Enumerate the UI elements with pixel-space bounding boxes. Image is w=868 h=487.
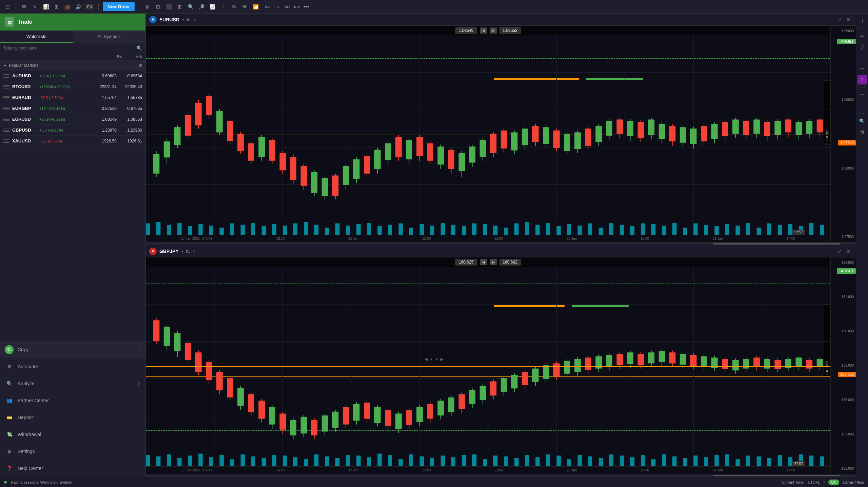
gbpjpy-bid-arrow-right[interactable]: ▶ xyxy=(490,259,497,265)
svg-rect-383 xyxy=(504,456,508,466)
timezone-value[interactable]: UTC+1 xyxy=(808,480,820,484)
layout-icon[interactable]: ⊞ xyxy=(53,3,61,11)
list-item[interactable]: XAUUSD -557 (-0.29%) 1926.58 1926.61 xyxy=(0,136,145,147)
maximize-btn[interactable]: ⤢ xyxy=(836,16,844,23)
list-item[interactable]: GBPUSD +5.8 (+0.05%) 1.23970 1.23986 xyxy=(0,125,145,136)
gbpjpy-tf-dropdown[interactable]: ▾ xyxy=(193,249,195,254)
svg-rect-406 xyxy=(746,455,750,466)
m30-badge[interactable]: m₃₀ xyxy=(293,4,301,9)
eurusd-timeframe[interactable]: h₁ xyxy=(187,17,191,22)
bid-arrow-left[interactable]: ◀ xyxy=(480,27,487,34)
svg-rect-172 xyxy=(462,226,466,235)
gbpjpy-dropdown[interactable]: ▾ xyxy=(181,249,183,254)
signal-icon[interactable]: 📶 xyxy=(252,3,260,11)
gbpjpy-timeframe[interactable]: h₁ xyxy=(186,249,190,254)
close-btn-2[interactable]: ✕ xyxy=(845,248,852,255)
menu-icon[interactable]: ☰ xyxy=(3,3,12,11)
chart-header-gbpjpy: ✕ GBPJPY ▾ h₁ ▾ ⤢ ✕ xyxy=(146,245,856,257)
list-item[interactable]: EURGBP +13.4 (+0.15%) 0.87539 0.87565 xyxy=(0,103,145,114)
svg-rect-231 xyxy=(206,362,212,380)
timezone-dropdown[interactable]: ▾ xyxy=(823,480,825,484)
session-text: Trading sessions: Wellington, Sydney xyxy=(10,480,72,484)
svg-rect-293 xyxy=(532,369,539,382)
eye-icon[interactable]: 👁 xyxy=(241,3,249,11)
search1-icon[interactable]: 🔍 xyxy=(186,3,195,11)
chart-icon[interactable]: 📊 xyxy=(42,3,50,11)
svg-rect-189 xyxy=(641,223,645,235)
wallet-icon[interactable]: 💼 xyxy=(63,3,72,11)
nav-item-settings[interactable]: ⚙ Settings xyxy=(0,443,145,460)
layers-icon[interactable]: ⧉ xyxy=(230,3,238,11)
nav-item-deposit[interactable]: 💳 Deposit xyxy=(0,409,145,426)
nav-label-withdrawal: Withdrawal xyxy=(18,432,41,437)
nav-label-help: Help Center xyxy=(18,466,43,471)
list-item[interactable]: EURUSD +23.9 (+0.22%) 1.08549 1.08553 xyxy=(0,114,145,125)
m1-badge[interactable]: m₁ xyxy=(264,4,271,9)
eurusd-dropdown[interactable]: ▾ xyxy=(182,17,184,22)
measure-icon[interactable]: ↔ xyxy=(857,101,867,111)
nav-item-partner[interactable]: 👥 Partner Center xyxy=(0,392,145,409)
nav-item-copy[interactable]: ⧉ Copy › xyxy=(0,341,145,358)
nav-item-analyze[interactable]: 🔍 Analyze ∨ xyxy=(0,375,145,392)
volume-icon[interactable]: 🔊 xyxy=(74,3,82,11)
chart-scrollbar[interactable] xyxy=(146,242,856,245)
svg-rect-102 xyxy=(616,119,623,134)
nav-btn-mid2[interactable]: ● xyxy=(435,357,438,362)
lang-badge[interactable]: EN xyxy=(85,4,94,9)
list-item[interactable]: BTCUSD +138300 (+6.60%) 22331.34 22336.4… xyxy=(0,81,145,92)
svg-rect-409 xyxy=(778,455,782,466)
group-menu-icon[interactable]: ≡ xyxy=(139,62,142,69)
trash-icon[interactable]: 🗑 xyxy=(857,127,867,137)
price-level: 1.08000 xyxy=(831,167,856,170)
list-item[interactable]: EURAUD -97.3 (-0.62%) 1.55764 1.55785 xyxy=(0,92,145,103)
ask-header: Ask xyxy=(136,55,142,59)
facebook-icon[interactable]: f xyxy=(219,3,227,11)
m5-badge[interactable]: m₅ xyxy=(273,4,280,9)
square-icon[interactable]: ⬛ xyxy=(165,3,173,11)
gbpjpy-bid-arrow-left[interactable]: ◀ xyxy=(480,259,487,265)
rect-icon[interactable]: ▭ xyxy=(857,64,867,74)
mail-icon[interactable]: ✉ xyxy=(20,3,28,11)
maximize-btn-2[interactable]: ⤢ xyxy=(836,248,844,255)
list-item[interactable]: AUDUSD +58.4 (+0.85%) 0.69683 0.69684 xyxy=(0,71,145,81)
monitor-icon[interactable]: 🖥 xyxy=(143,3,151,11)
search-input[interactable] xyxy=(3,46,136,51)
sidebar-logo: ▦ xyxy=(5,17,14,27)
search2-icon[interactable]: 🔎 xyxy=(197,3,205,11)
svg-rect-315 xyxy=(648,352,655,363)
m15-badge[interactable]: m₁₅ xyxy=(282,4,291,9)
new-order-button[interactable]: New Order xyxy=(103,2,135,11)
group-header[interactable]: ▼ Popular Markets ≡ xyxy=(0,60,145,71)
tab-watchlists[interactable]: Watchlists xyxy=(0,31,73,43)
crosshair-icon[interactable]: ✛ xyxy=(857,16,867,26)
svg-rect-64 xyxy=(416,137,423,156)
nav-item-automate[interactable]: ⚙ Automate xyxy=(0,358,145,375)
zoom-icon[interactable]: 🔍 xyxy=(857,116,867,126)
cursor-icon[interactable]: ↖ xyxy=(31,3,39,11)
pencil-icon[interactable]: ✏ xyxy=(857,32,867,41)
nav-btn-left[interactable]: ◀ xyxy=(425,357,428,362)
symbol-name: EURGBP xyxy=(12,106,39,111)
layout4-icon[interactable]: ⊞ xyxy=(176,3,184,11)
close-btn[interactable]: ✕ xyxy=(845,16,852,23)
toggle-on[interactable]: ON xyxy=(828,480,840,485)
text-icon[interactable]: T xyxy=(857,75,867,84)
indicator-icon[interactable]: 📈 xyxy=(208,3,216,11)
nav-btn-mid1[interactable]: ● xyxy=(430,357,433,362)
nav-item-help[interactable]: ❓ Help Center xyxy=(0,460,145,477)
chart-scrollbar-2[interactable] xyxy=(146,474,856,476)
fib-icon[interactable]: 〰 xyxy=(857,90,867,100)
chart-eurusd: A EURUSD ▾ h₁ ▾ ⤢ ✕ 1.08549 ◀ ▶ 1.08553 xyxy=(146,14,856,245)
bid-arrow-right[interactable]: ▶ xyxy=(490,27,497,34)
line-icon[interactable]: ╱ xyxy=(857,42,867,52)
tab-all-symbols[interactable]: All Symbols xyxy=(73,31,146,43)
nav-btn-right[interactable]: ▶ xyxy=(440,357,443,362)
ray-icon[interactable]: → xyxy=(857,53,867,63)
copy-icon: ⧉ xyxy=(5,345,14,354)
grid-icon[interactable]: ⊟ xyxy=(154,3,162,11)
nav-item-withdrawal[interactable]: 💸 Withdrawal xyxy=(0,426,145,443)
svg-rect-267 xyxy=(395,413,402,429)
more-options[interactable]: ••• xyxy=(303,4,309,10)
svg-rect-132 xyxy=(774,121,781,135)
timeframe-dropdown[interactable]: ▾ xyxy=(194,17,196,22)
